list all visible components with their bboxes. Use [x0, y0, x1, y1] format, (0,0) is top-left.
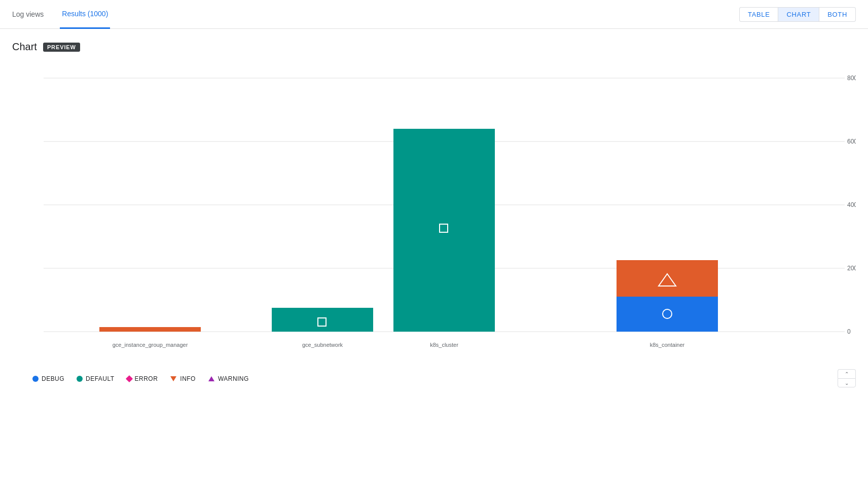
chevron-controls: ⌃ ⌄ — [838, 369, 856, 387]
error-dot — [125, 375, 132, 382]
chart-button[interactable]: CHART — [778, 7, 819, 22]
chart-svg: 800 600 400 200 0 — [12, 63, 856, 367]
legend-error-label: ERROR — [135, 375, 158, 382]
y-label-400: 400 — [847, 201, 856, 208]
chart-title: Chart — [12, 41, 37, 53]
x-label-k8s-container: k8s_container — [650, 342, 685, 348]
top-bar: Log views Results (1000) TABLE CHART BOT… — [0, 0, 868, 29]
chart-legend: DEBUG DEFAULT ERROR INFO WARNING — [12, 375, 856, 382]
chevron-down-button[interactable]: ⌄ — [838, 378, 856, 387]
warning-triangle-icon — [208, 375, 215, 382]
results-tab[interactable]: Results (1000) — [60, 0, 110, 29]
y-label-800: 800 — [847, 75, 856, 82]
info-triangle-icon — [170, 375, 177, 382]
bar-k8s-cluster-default — [393, 129, 495, 332]
bar-k8s-container-info — [617, 260, 718, 297]
legend-item-warning: WARNING — [208, 375, 249, 382]
legend-item-info: INFO — [170, 375, 196, 382]
table-button[interactable]: TABLE — [739, 7, 778, 22]
view-buttons: TABLE CHART BOTH — [739, 7, 856, 22]
x-label-gce-subnetwork: gce_subnetwork — [302, 342, 343, 348]
chart-area: 800 600 400 200 0 — [12, 63, 856, 387]
legend-item-debug: DEBUG — [32, 375, 64, 382]
legend-default-label: DEFAULT — [86, 375, 114, 382]
legend-item-error: ERROR — [127, 375, 158, 382]
main-content: Chart PREVIEW 800 600 400 200 0 — [0, 29, 868, 387]
default-dot — [77, 376, 83, 382]
y-label-200: 200 — [847, 265, 856, 272]
svg-marker-5 — [170, 376, 176, 381]
legend-warning-label: WARNING — [218, 375, 249, 382]
debug-dot — [32, 376, 39, 382]
legend-item-default: DEFAULT — [77, 375, 114, 382]
svg-marker-6 — [208, 376, 214, 381]
bar-k8s-container-debug — [617, 297, 718, 332]
bar-gce-instance-group-manager-info — [99, 327, 201, 332]
x-label-k8s-cluster: k8s_cluster — [430, 342, 458, 348]
legend-info-label: INFO — [180, 375, 196, 382]
y-label-0: 0 — [847, 328, 851, 335]
y-label-600: 600 — [847, 138, 856, 145]
legend-debug-label: DEBUG — [42, 375, 64, 382]
both-button[interactable]: BOTH — [819, 7, 856, 22]
preview-badge: PREVIEW — [43, 43, 80, 52]
log-views-label[interactable]: Log views — [12, 10, 44, 18]
bar-gce-subnetwork-default — [272, 308, 373, 332]
chart-header: Chart PREVIEW — [12, 41, 856, 53]
chevron-up-button[interactable]: ⌃ — [838, 369, 856, 378]
x-label-gce-instance: gce_instance_group_manager — [113, 342, 188, 348]
